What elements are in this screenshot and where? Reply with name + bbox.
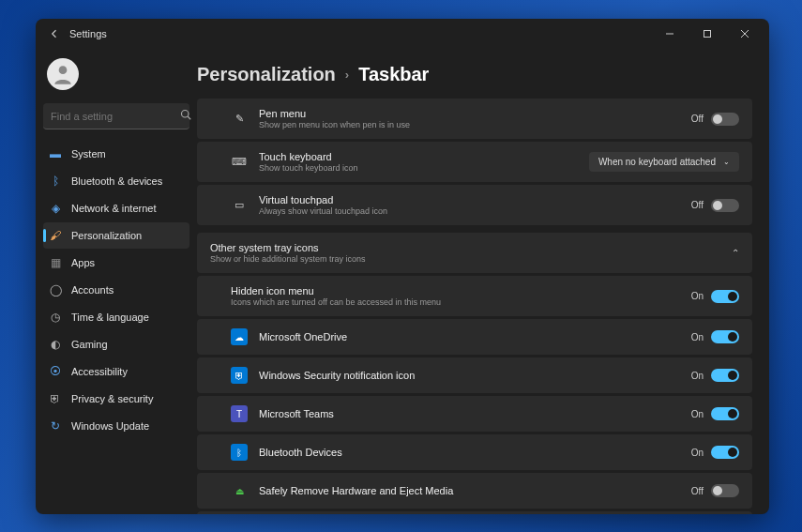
- minimize-button[interactable]: [651, 21, 689, 47]
- nav-system[interactable]: ▬System: [43, 141, 189, 167]
- onedrive-icon: ☁: [231, 328, 248, 345]
- accounts-icon: ◯: [49, 283, 62, 296]
- window-title: Settings: [69, 28, 107, 39]
- eject-icon: ⏏: [231, 482, 248, 499]
- section-other-tray[interactable]: Other system tray iconsShow or hide addi…: [197, 233, 752, 273]
- toggle-windows-security[interactable]: [711, 369, 739, 382]
- touchpad-icon: ▭: [231, 197, 248, 214]
- nav-personalization[interactable]: 🖌Personalization: [43, 222, 189, 249]
- row-touch-keyboard[interactable]: ⌨ Touch keyboardShow touch keyboard icon…: [197, 142, 752, 182]
- page-title: Taskbar: [358, 64, 429, 85]
- bluetooth-icon: ᛒ: [49, 175, 62, 188]
- svg-rect-1: [704, 31, 711, 38]
- nav-accounts[interactable]: ◯Accounts: [43, 277, 189, 303]
- search-box[interactable]: [43, 103, 189, 129]
- content-area[interactable]: Personalization › Taskbar ✎ Pen menuShow…: [197, 49, 769, 514]
- nav-bluetooth[interactable]: ᛒBluetooth & devices: [43, 168, 189, 194]
- svg-line-4: [188, 116, 190, 119]
- teams-icon: T: [231, 405, 248, 422]
- row-virtual-touchpad[interactable]: ▭ Virtual touchpadAlways show virtual to…: [197, 185, 752, 225]
- row-onedrive[interactable]: ☁ Microsoft OneDrive On: [197, 319, 752, 355]
- titlebar: Settings: [36, 19, 769, 49]
- nav-privacy[interactable]: ⛨Privacy & security: [43, 386, 189, 412]
- brush-icon: 🖌: [49, 229, 62, 242]
- bt-tray-icon: ᛒ: [231, 444, 248, 461]
- back-button[interactable]: [41, 21, 68, 47]
- row-hidden-icon-menu[interactable]: Hidden icon menuIcons which are turned o…: [197, 276, 752, 316]
- nav-network[interactable]: ◈Network & internet: [43, 195, 189, 221]
- chevron-down-icon: ⌄: [723, 158, 730, 166]
- nav-time[interactable]: ◷Time & language: [43, 304, 189, 330]
- maximize-button[interactable]: [689, 21, 726, 47]
- accessibility-icon: ⦿: [49, 365, 62, 378]
- toggle-eject-media[interactable]: [711, 484, 739, 497]
- toggle-bluetooth-devices[interactable]: [711, 446, 739, 459]
- row-windows-security[interactable]: ⛨ Windows Security notification icon On: [197, 357, 752, 393]
- nav-apps[interactable]: ▦Apps: [43, 250, 189, 276]
- nav-gaming[interactable]: ◐Gaming: [43, 331, 189, 357]
- clock-icon: ◷: [49, 311, 62, 324]
- row-pen-menu[interactable]: ✎ Pen menuShow pen menu icon when pen is…: [197, 99, 752, 139]
- sidebar: ▬System ᛒBluetooth & devices ◈Network & …: [36, 49, 197, 514]
- chevron-up-icon: ⌃: [732, 248, 739, 258]
- security-icon: ⛨: [231, 367, 248, 384]
- close-button[interactable]: [726, 21, 764, 47]
- apps-icon: ▦: [49, 256, 62, 269]
- update-icon: ↻: [49, 419, 62, 433]
- dropdown-touch-keyboard[interactable]: When no keyboard attached ⌄: [589, 152, 739, 172]
- toggle-hidden-icon-menu[interactable]: [711, 290, 739, 303]
- nav-update[interactable]: ↻Windows Update: [43, 413, 189, 439]
- row-bluetooth-devices[interactable]: ᛒ Bluetooth Devices On: [197, 434, 752, 470]
- toggle-virtual-touchpad[interactable]: [711, 199, 739, 212]
- toggle-teams[interactable]: [711, 407, 739, 420]
- system-icon: ▬: [49, 147, 62, 160]
- row-teams[interactable]: T Microsoft Teams On: [197, 396, 752, 432]
- search-icon: [180, 109, 191, 123]
- user-avatar[interactable]: [47, 58, 79, 90]
- wifi-icon: ◈: [49, 202, 62, 215]
- search-input[interactable]: [51, 111, 180, 122]
- row-eject-media[interactable]: ⏏ Safely Remove Hardware and Eject Media…: [197, 473, 752, 509]
- breadcrumb-parent[interactable]: Personalization: [197, 64, 336, 85]
- chevron-right-icon: ›: [345, 68, 349, 82]
- svg-point-2: [59, 66, 68, 74]
- svg-point-3: [182, 111, 189, 118]
- pen-icon: ✎: [231, 111, 248, 128]
- settings-window: Settings ▬System ᛒBluetooth & devices ◈N…: [36, 19, 769, 514]
- row-vmware-tools[interactable]: vm VMware Tools Core Service On: [197, 511, 752, 514]
- toggle-pen-menu[interactable]: [711, 113, 739, 126]
- breadcrumb: Personalization › Taskbar: [197, 64, 752, 85]
- shield-icon: ⛨: [49, 392, 62, 405]
- gaming-icon: ◐: [49, 338, 62, 351]
- keyboard-icon: ⌨: [231, 154, 248, 171]
- nav-accessibility[interactable]: ⦿Accessibility: [43, 358, 189, 385]
- toggle-onedrive[interactable]: [711, 330, 739, 343]
